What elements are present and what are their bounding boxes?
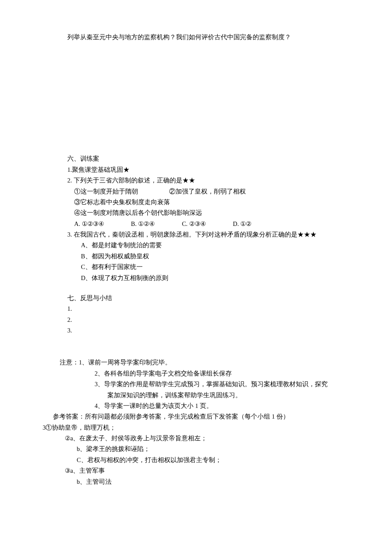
ans-3-2c: C、君权与相权的冲突，打击相权以加强君主专制； [43, 455, 349, 465]
note-3a: 3、导学案的作用是帮助学生完成预习，掌握基础知识。预习案梳理教材知识，探究 [43, 379, 349, 390]
q3-stem: 3. 在我国古代，秦朝设丞相，明朝废除丞相。下列对这种矛盾的现象分析正确的是★★… [43, 229, 349, 240]
spacer-2 [43, 283, 349, 293]
reflect-1: 1. [43, 304, 349, 314]
q2-choice-d: D. ①② [233, 219, 251, 229]
q2-opt2: ③它标志着中央集权制度走向衰落 [43, 197, 349, 208]
q3-opt-d: D、体现了权力互相制衡的原则 [43, 273, 349, 283]
note-2: 2、各科各组的导学案电子文档交给备课组长保存 [43, 368, 349, 379]
q2-choice-b: B. ①②④ [131, 219, 155, 229]
ans-3-2a: ②a、在废太子、封侯等政务上与汉景帝旨意相左； [43, 433, 349, 444]
q2-options-row1: ①这一制度开始于隋朝 ②加强了皇权，削弱了相权 [43, 186, 349, 197]
note-1: 注意：1、课前一周将导学案印制完毕。 [43, 357, 349, 368]
q2-opt3: ④这一制度对隋唐以后各个朝代影响影响深远 [43, 208, 349, 218]
q2-choices: A. ①②③④ B. ①②④ C. ②③④ D. ①② [43, 219, 349, 229]
top-question: 列举从秦至元中央与地方的监察机构？我们如何评价古代中国完备的监察制度？ [43, 32, 349, 43]
q3-opt-a: A、都是封建专制统治的需要 [43, 240, 349, 251]
q2-opt1b: ②加强了皇权，削弱了相权 [169, 188, 246, 195]
section-6-title: 六、训练案 [43, 153, 349, 164]
reflect-2: 2. [43, 315, 349, 325]
q1-stem: 1.聚焦课堂基础巩固★ [43, 165, 349, 175]
q2-choice-a: A. ①②③④ [74, 219, 104, 229]
ans-3-2b: b、梁孝王的挑拨和诬陷； [43, 444, 349, 454]
ans-3-3b: b、主管司法 [43, 477, 349, 487]
spacer-3 [43, 336, 349, 357]
q3-opt-c: C、都有利于国家统一 [43, 262, 349, 272]
ans-3-3a: ③a、主管军事 [43, 465, 349, 476]
q2-opt1a: ①这一制度开始于隋朝 [74, 188, 138, 195]
q3-opt-b: B、都因为相权威胁皇权 [43, 251, 349, 262]
q2-stem: 2. 下列关于三省六部制的叙述，正确的是★★ [43, 175, 349, 186]
reflect-3: 3. [43, 325, 349, 336]
q2-choice-c: C. ②③④ [182, 219, 206, 229]
ans-3-1: 3①协助皇帝，助理万机； [43, 422, 349, 433]
note-4: 4、导学案一课时的总量为该页大小 1 页。 [43, 401, 349, 411]
spacer-1 [43, 43, 349, 153]
answers-header: 参考答案：所有问题都必须附参考答案，学生完成检查后下发答案（每个小组 1 份） [43, 411, 349, 422]
section-7-title: 七、反思与小结 [43, 293, 349, 304]
note-3b: 案加深知识的理解，训练案帮助学生巩固练习。 [43, 390, 349, 401]
